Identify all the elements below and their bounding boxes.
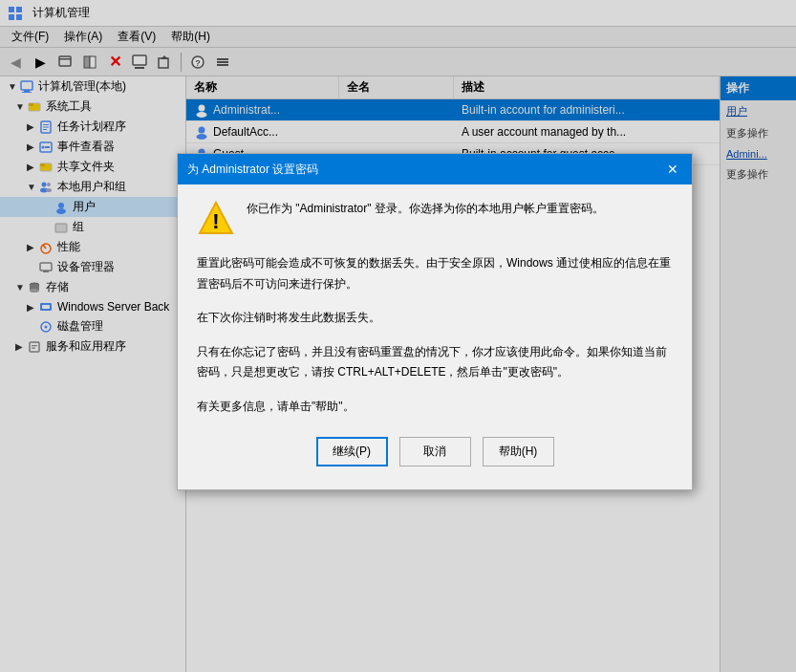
- warning-icon: !: [197, 200, 235, 238]
- dialog-help-button[interactable]: 帮助(H): [483, 437, 554, 466]
- dialog-para-4: 有关更多信息，请单击"帮助"。: [197, 397, 673, 418]
- dialog-title-bar: 为 Administrator 设置密码 ✕: [178, 154, 692, 184]
- dialog: 为 Administrator 设置密码 ✕ ! 你已作为 "Administr…: [177, 153, 693, 490]
- dialog-cancel-button[interactable]: 取消: [399, 437, 471, 466]
- dialog-warning-text: 你已作为 "Administrator" 登录。你选择为你的本地用户帐户重置密码…: [247, 200, 604, 218]
- dialog-overlay: 为 Administrator 设置密码 ✕ ! 你已作为 "Administr…: [0, 0, 796, 672]
- dialog-para-1: 重置此密码可能会造成不可恢复的数据丢失。由于安全原因，Windows 通过使相应…: [197, 253, 673, 294]
- dialog-para-3: 只有在你忘记了密码，并且没有密码重置盘的情况下，你才应该使用此命令。如果你知道当…: [197, 342, 673, 383]
- dialog-close-button[interactable]: ✕: [663, 160, 682, 179]
- dialog-body: ! 你已作为 "Administrator" 登录。你选择为你的本地用户帐户重置…: [178, 184, 692, 489]
- dialog-continue-button[interactable]: 继续(P): [316, 437, 388, 466]
- dialog-para-2: 在下次你注销时将发生此数据丢失。: [197, 308, 673, 329]
- dialog-warning-row: ! 你已作为 "Administrator" 登录。你选择为你的本地用户帐户重置…: [197, 200, 673, 238]
- dialog-title: 为 Administrator 设置密码: [187, 162, 318, 178]
- dialog-buttons: 继续(P) 取消 帮助(H): [197, 437, 673, 474]
- svg-text:!: !: [212, 209, 219, 233]
